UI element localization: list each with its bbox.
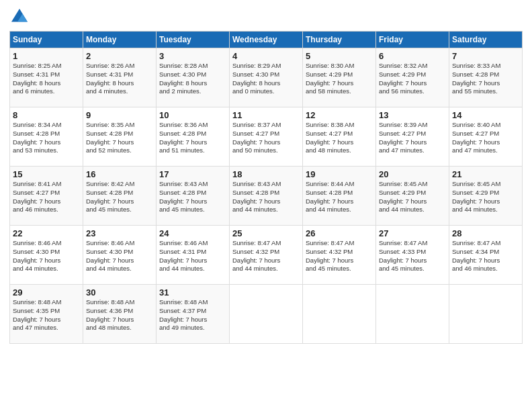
- day-info: Sunrise: 8:46 AM Sunset: 4:30 PM Dayligh…: [13, 239, 80, 273]
- day-cell: 7Sunrise: 8:33 AM Sunset: 4:28 PM Daylig…: [449, 48, 523, 107]
- day-number: 15: [13, 169, 80, 179]
- day-cell: 19Sunrise: 8:44 AM Sunset: 4:28 PM Dayli…: [303, 167, 376, 226]
- day-cell: [230, 285, 303, 344]
- day-cell: 28Sunrise: 8:47 AM Sunset: 4:34 PM Dayli…: [449, 226, 523, 285]
- col-header-wednesday: Wednesday: [230, 32, 303, 48]
- day-number: 5: [306, 51, 373, 61]
- day-cell: 30Sunrise: 8:48 AM Sunset: 4:36 PM Dayli…: [83, 285, 157, 344]
- day-number: 29: [13, 287, 80, 298]
- day-info: Sunrise: 8:40 AM Sunset: 4:27 PM Dayligh…: [452, 121, 519, 155]
- day-number: 28: [452, 228, 519, 238]
- day-info: Sunrise: 8:39 AM Sunset: 4:27 PM Dayligh…: [379, 121, 446, 155]
- day-cell: 13Sunrise: 8:39 AM Sunset: 4:27 PM Dayli…: [376, 107, 449, 167]
- day-info: Sunrise: 8:29 AM Sunset: 4:30 PM Dayligh…: [232, 62, 300, 96]
- week-row-1: 1Sunrise: 8:25 AM Sunset: 4:31 PM Daylig…: [10, 48, 523, 107]
- day-cell: 22Sunrise: 8:46 AM Sunset: 4:30 PM Dayli…: [10, 226, 83, 285]
- logo: [9, 7, 32, 27]
- day-cell: 18Sunrise: 8:43 AM Sunset: 4:28 PM Dayli…: [230, 167, 303, 226]
- day-cell: 25Sunrise: 8:47 AM Sunset: 4:32 PM Dayli…: [230, 226, 303, 285]
- day-number: 2: [86, 51, 153, 61]
- day-cell: 6Sunrise: 8:32 AM Sunset: 4:29 PM Daylig…: [376, 48, 449, 107]
- day-cell: 21Sunrise: 8:45 AM Sunset: 4:29 PM Dayli…: [449, 167, 523, 226]
- day-info: Sunrise: 8:47 AM Sunset: 4:34 PM Dayligh…: [452, 239, 519, 273]
- day-number: 22: [13, 228, 80, 238]
- day-cell: [376, 285, 449, 344]
- day-cell: 12Sunrise: 8:38 AM Sunset: 4:27 PM Dayli…: [303, 107, 376, 167]
- day-number: 26: [306, 228, 373, 238]
- day-info: Sunrise: 8:46 AM Sunset: 4:30 PM Dayligh…: [86, 239, 153, 273]
- day-info: Sunrise: 8:47 AM Sunset: 4:32 PM Dayligh…: [232, 239, 300, 273]
- day-cell: 27Sunrise: 8:47 AM Sunset: 4:33 PM Dayli…: [376, 226, 449, 285]
- day-cell: 17Sunrise: 8:43 AM Sunset: 4:28 PM Dayli…: [157, 167, 230, 226]
- day-cell: 15Sunrise: 8:41 AM Sunset: 4:27 PM Dayli…: [10, 167, 83, 226]
- day-number: 27: [379, 228, 446, 238]
- day-info: Sunrise: 8:34 AM Sunset: 4:28 PM Dayligh…: [13, 121, 80, 155]
- day-number: 3: [159, 51, 226, 61]
- day-cell: 20Sunrise: 8:45 AM Sunset: 4:29 PM Dayli…: [376, 167, 449, 226]
- day-number: 7: [452, 51, 519, 61]
- day-info: Sunrise: 8:47 AM Sunset: 4:33 PM Dayligh…: [379, 239, 446, 273]
- day-info: Sunrise: 8:25 AM Sunset: 4:31 PM Dayligh…: [13, 62, 80, 96]
- calendar-table: SundayMondayTuesdayWednesdayThursdayFrid…: [9, 31, 523, 344]
- day-number: 25: [232, 228, 300, 238]
- day-number: 31: [159, 287, 226, 298]
- day-info: Sunrise: 8:46 AM Sunset: 4:31 PM Dayligh…: [159, 239, 226, 273]
- day-cell: 11Sunrise: 8:37 AM Sunset: 4:27 PM Dayli…: [230, 107, 303, 167]
- col-header-friday: Friday: [376, 32, 449, 48]
- day-cell: 26Sunrise: 8:47 AM Sunset: 4:32 PM Dayli…: [303, 226, 376, 285]
- day-number: 6: [379, 51, 446, 61]
- day-info: Sunrise: 8:42 AM Sunset: 4:28 PM Dayligh…: [86, 180, 153, 214]
- day-info: Sunrise: 8:43 AM Sunset: 4:28 PM Dayligh…: [232, 180, 300, 214]
- header: [9, 7, 523, 27]
- day-info: Sunrise: 8:26 AM Sunset: 4:31 PM Dayligh…: [86, 62, 153, 96]
- day-info: Sunrise: 8:37 AM Sunset: 4:27 PM Dayligh…: [232, 121, 300, 155]
- day-number: 18: [232, 169, 300, 179]
- day-number: 16: [86, 169, 153, 179]
- col-header-sunday: Sunday: [10, 32, 83, 48]
- week-row-2: 8Sunrise: 8:34 AM Sunset: 4:28 PM Daylig…: [10, 107, 523, 167]
- day-number: 11: [232, 110, 300, 120]
- day-number: 12: [306, 110, 373, 120]
- day-info: Sunrise: 8:45 AM Sunset: 4:29 PM Dayligh…: [379, 180, 446, 214]
- week-row-4: 22Sunrise: 8:46 AM Sunset: 4:30 PM Dayli…: [10, 226, 523, 285]
- day-number: 13: [379, 110, 446, 120]
- day-info: Sunrise: 8:47 AM Sunset: 4:32 PM Dayligh…: [306, 239, 373, 273]
- day-info: Sunrise: 8:43 AM Sunset: 4:28 PM Dayligh…: [159, 180, 226, 214]
- col-header-saturday: Saturday: [449, 32, 523, 48]
- day-cell: 23Sunrise: 8:46 AM Sunset: 4:30 PM Dayli…: [83, 226, 157, 285]
- day-number: 9: [86, 110, 153, 120]
- day-info: Sunrise: 8:28 AM Sunset: 4:30 PM Dayligh…: [159, 62, 226, 96]
- day-number: 19: [306, 169, 373, 179]
- day-cell: [449, 285, 523, 344]
- day-number: 21: [452, 169, 519, 179]
- day-info: Sunrise: 8:36 AM Sunset: 4:28 PM Dayligh…: [159, 121, 226, 155]
- day-cell: 2Sunrise: 8:26 AM Sunset: 4:31 PM Daylig…: [83, 48, 157, 107]
- day-info: Sunrise: 8:45 AM Sunset: 4:29 PM Dayligh…: [452, 180, 519, 214]
- day-cell: 5Sunrise: 8:30 AM Sunset: 4:29 PM Daylig…: [303, 48, 376, 107]
- day-cell: 3Sunrise: 8:28 AM Sunset: 4:30 PM Daylig…: [157, 48, 230, 107]
- day-number: 17: [159, 169, 226, 179]
- day-number: 14: [452, 110, 519, 120]
- day-number: 23: [86, 228, 153, 238]
- day-cell: 31Sunrise: 8:48 AM Sunset: 4:37 PM Dayli…: [157, 285, 230, 344]
- day-info: Sunrise: 8:48 AM Sunset: 4:36 PM Dayligh…: [86, 298, 153, 332]
- day-cell: 10Sunrise: 8:36 AM Sunset: 4:28 PM Dayli…: [157, 107, 230, 167]
- day-cell: 14Sunrise: 8:40 AM Sunset: 4:27 PM Dayli…: [449, 107, 523, 167]
- day-cell: [303, 285, 376, 344]
- day-info: Sunrise: 8:30 AM Sunset: 4:29 PM Dayligh…: [306, 62, 373, 96]
- day-info: Sunrise: 8:41 AM Sunset: 4:27 PM Dayligh…: [13, 180, 80, 214]
- day-info: Sunrise: 8:48 AM Sunset: 4:37 PM Dayligh…: [159, 298, 226, 332]
- day-cell: 9Sunrise: 8:35 AM Sunset: 4:28 PM Daylig…: [83, 107, 157, 167]
- week-row-3: 15Sunrise: 8:41 AM Sunset: 4:27 PM Dayli…: [10, 167, 523, 226]
- col-header-monday: Monday: [83, 32, 157, 48]
- logo-icon: [9, 7, 30, 27]
- day-info: Sunrise: 8:48 AM Sunset: 4:35 PM Dayligh…: [13, 298, 80, 332]
- day-number: 30: [86, 287, 153, 298]
- col-header-tuesday: Tuesday: [157, 32, 230, 48]
- day-number: 1: [13, 51, 80, 61]
- col-header-thursday: Thursday: [303, 32, 376, 48]
- day-cell: 24Sunrise: 8:46 AM Sunset: 4:31 PM Dayli…: [157, 226, 230, 285]
- day-cell: 16Sunrise: 8:42 AM Sunset: 4:28 PM Dayli…: [83, 167, 157, 226]
- day-info: Sunrise: 8:38 AM Sunset: 4:27 PM Dayligh…: [306, 121, 373, 155]
- day-number: 4: [232, 51, 300, 61]
